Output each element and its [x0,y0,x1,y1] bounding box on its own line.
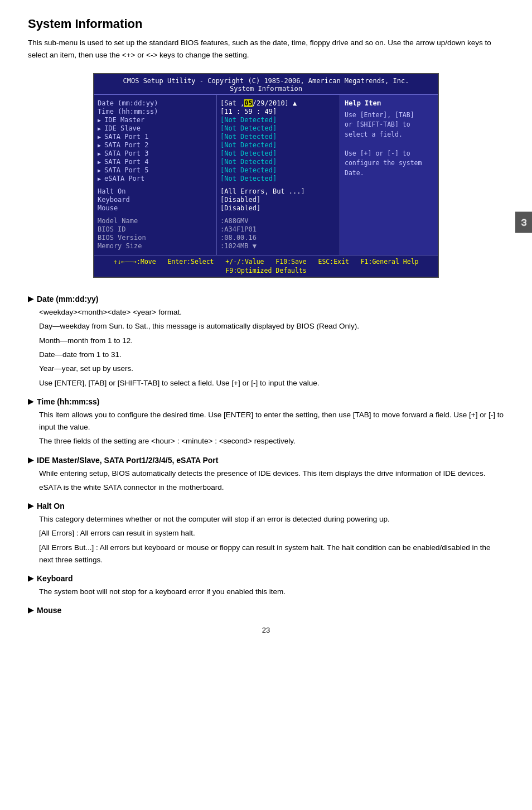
arrow-icon: ▶ [28,397,33,406]
bios-sata2-value: [Not Detected] [220,141,336,149]
bios-esata-value: [Not Detected] [220,175,336,182]
section-time-heading: ▶ Time (hh:mm:ss) [28,397,504,406]
bios-row-biosver: BIOS Version [98,234,213,242]
section-mouse: ▶ Mouse [28,606,504,615]
bios-left-column: Date (mm:dd:yy) Time (hh:mm:ss) IDE Mast… [94,95,217,255]
section-halt-heading: ▶ Halt On [28,502,504,510]
arrow-icon: ▶ [28,502,33,510]
bios-row-esata: eSATA Port [98,175,213,182]
bios-date-value: [Sat ,05/29/2010] ▲ [220,99,336,107]
bios-row-sata3: SATA Port 3 [98,150,213,157]
section-time-content: This item allows you to configure the de… [39,409,504,448]
bios-row-time: Time (hh:mm:ss) [98,108,213,115]
bios-row-ide-slave: IDE Slave [98,124,213,132]
bios-row-keyboard: Keyboard [98,196,213,204]
bios-row-biosid: BIOS ID [98,225,213,233]
bios-sata4-value: [Not Detected] [220,158,336,166]
section-keyboard: ▶ Keyboard The system boot will not stop… [28,574,504,598]
bios-row-sata2: SATA Port 2 [98,141,213,149]
bios-ide-slave-value: [Not Detected] [220,124,336,132]
section-date: ▶ Date (mm:dd:yy) <weekday><month><date>… [28,295,504,389]
bios-halt-value: [All Errors, But ...] [220,187,336,195]
section-list: ▶ Date (mm:dd:yy) <weekday><month><date>… [28,295,504,615]
arrow-icon: ▶ [28,456,33,464]
bios-biosid-value: :A34F1P01 [220,225,336,233]
bios-time-value: [11 : 59 : 49] [220,108,336,115]
section-ide: ▶ IDE Master/Slave, SATA Port1/2/3/4/5, … [28,456,504,494]
page-number: 23 [28,626,504,634]
bios-model-value: :A88GMV [220,217,336,225]
bios-row-mouse: Mouse [98,204,213,212]
section-keyboard-content: The system boot will not stop for a keyb… [39,586,504,598]
bios-middle-column: [Sat ,05/29/2010] ▲ [11 : 59 : 49] [Not … [217,95,340,255]
bios-ide-master-value: [Not Detected] [220,116,336,124]
bios-sata3-value: [Not Detected] [220,150,336,157]
bios-row-ide-master: IDE Master [98,116,213,124]
bios-row-halt: Halt On [98,187,213,195]
section-date-content: <weekday><month><date> <year> format. Da… [39,306,504,389]
bios-mouse-value: [Disabled] [220,204,336,212]
tab-label: ω [515,212,532,233]
bios-row-sata1: SATA Port 1 [98,133,213,141]
section-time: ▶ Time (hh:mm:ss) This item allows you t… [28,397,504,448]
bios-body: Date (mm:dd:yy) Time (hh:mm:ss) IDE Mast… [94,95,438,255]
bios-sata5-value: [Not Detected] [220,166,336,174]
bios-screenshot: CMOS Setup Utility - Copyright (C) 1985-… [93,73,439,278]
bios-row-model: Model Name [98,217,213,225]
bios-row-memsize: Memory Size [98,242,213,250]
bios-biosver-value: :08.00.16 [220,234,336,242]
page-title: System Information [28,17,504,31]
help-title: Help Item [345,99,433,107]
bios-memsize-value: :1024MB ▼ [220,242,336,250]
arrow-icon: ▶ [28,574,33,582]
section-keyboard-heading: ▶ Keyboard [28,574,504,583]
section-halt: ▶ Halt On This category determines wheth… [28,502,504,566]
section-mouse-heading: ▶ Mouse [28,606,504,615]
bios-footer: ↑↓←——→:Move Enter:Select +/-/:Value F10:… [94,255,438,277]
arrow-icon: ▶ [28,606,33,614]
bios-keyboard-value: [Disabled] [220,196,336,204]
section-ide-content: While entering setup, BIOS automatically… [39,467,504,494]
section-date-heading: ▶ Date (mm:dd:yy) [28,295,504,303]
bios-row-date: Date (mm:dd:yy) [98,99,213,107]
bios-sata1-value: [Not Detected] [220,133,336,141]
bios-footer-row1: ↑↓←——→:Move Enter:Select +/-/:Value F10:… [98,258,434,266]
intro-paragraph: This sub-menu is used to set up the stan… [28,37,504,61]
bios-help-panel: Help Item Use [Enter], [TAB] or [SHIFT-T… [340,95,438,255]
help-text: Use [Enter], [TAB] or [SHIFT-TAB] to sel… [345,110,433,178]
bios-row-sata4: SATA Port 4 [98,158,213,166]
bios-footer-row2: F9:Optimized Defaults [98,267,434,274]
bios-header: CMOS Setup Utility - Copyright (C) 1985-… [94,74,438,95]
section-ide-heading: ▶ IDE Master/Slave, SATA Port1/2/3/4/5, … [28,456,504,465]
section-halt-content: This category determines whether or not … [39,513,504,566]
arrow-icon: ▶ [28,295,33,303]
bios-row-sata5: SATA Port 5 [98,166,213,174]
